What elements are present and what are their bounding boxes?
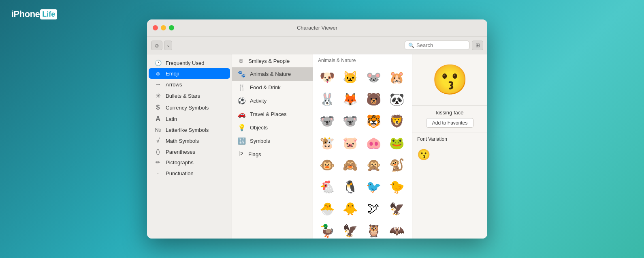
subcategory-flags[interactable]: 🏳 Flags <box>232 148 313 161</box>
emoji-cell[interactable]: 🙊 <box>363 154 384 175</box>
sidebar-item-pictographs[interactable]: ✏ Pictographs <box>149 157 230 168</box>
subcategory-food-drink[interactable]: 🍴 Food & Drink <box>232 81 313 94</box>
sidebar-label-bullets-stars: Bullets & Stars <box>166 93 200 99</box>
emoji-cell[interactable]: 🦉 <box>363 220 384 239</box>
minimize-button[interactable] <box>161 25 166 30</box>
emoji-cell[interactable]: 🐮 <box>316 132 337 153</box>
subcategory-panel: ☺ Smileys & People 🐾 Animals & Nature 🍴 … <box>232 54 313 239</box>
currency-icon: $ <box>154 104 162 111</box>
sidebar-item-parentheses[interactable]: () Parentheses <box>149 146 230 157</box>
chevron-down-button[interactable]: ⌄ <box>164 41 172 50</box>
emoji-cell[interactable]: 🐭 <box>363 67 384 88</box>
close-button[interactable] <box>153 25 158 30</box>
emoji-cell[interactable]: 🐦 <box>363 176 384 197</box>
emoji-cell[interactable]: 🐤 <box>386 176 407 197</box>
sidebar-label-currency-symbols: Currency Symbols <box>166 105 209 111</box>
sidebar-label-latin: Latin <box>166 116 177 122</box>
asterisk-icon: ✳ <box>154 92 162 100</box>
emoji-cell[interactable]: 🐥 <box>340 198 361 219</box>
emoji-cell[interactable]: 🐨 <box>340 110 361 131</box>
subcategory-label-objects: Objects <box>250 125 268 131</box>
emoji-cell[interactable]: 🦊 <box>340 88 361 110</box>
emoji-cell[interactable]: 🦅 <box>386 198 407 219</box>
emoji-cell[interactable]: 🐔 <box>316 176 337 197</box>
subcategory-label-symbols: Symbols <box>250 138 270 144</box>
emoji-cell[interactable]: 🐻 <box>363 88 384 110</box>
sidebar-item-arrows[interactable]: → Arrows <box>149 79 230 90</box>
maximize-button[interactable] <box>169 25 174 30</box>
logo-iphone-text: iPhone <box>11 9 40 19</box>
add-to-favorites-button[interactable]: Add to Favorites <box>426 118 473 128</box>
subcategory-objects[interactable]: 💡 Objects <box>232 121 313 134</box>
emoji-cell[interactable]: 🐶 <box>316 67 337 88</box>
detail-preview: 😗 <box>412 54 487 105</box>
latin-icon: A <box>154 115 162 123</box>
emoji-cell[interactable]: 🕊 <box>363 198 384 219</box>
sidebar-item-currency-symbols[interactable]: $ Currency Symbols <box>149 102 230 113</box>
emoji-cell[interactable]: 🐰 <box>316 88 337 110</box>
emoji-grid: 🐶 🐱 🐭 🐹 🐰 🦊 🐻 🐼 🐨 🐨 🐯 🦁 🐮 🐷 🐽 🐸 🐵 🙈 🙊 <box>313 65 412 239</box>
emoji-section-header: Animals & Nature <box>313 54 412 65</box>
emoji-cell[interactable]: 🦆 <box>316 220 337 239</box>
pictographs-icon: ✏ <box>154 159 162 166</box>
emoji-cell[interactable]: 🐷 <box>340 132 361 153</box>
emoji-icon: ☺ <box>154 70 162 77</box>
sidebar-item-frequently-used[interactable]: 🕐 Frequently Used <box>149 58 230 68</box>
emoji-grid-panel: Animals & Nature 🐶 🐱 🐭 🐹 🐰 🦊 🐻 🐼 🐨 🐨 🐯 🦁… <box>313 54 412 239</box>
objects-icon: 💡 <box>238 124 246 131</box>
emoji-picker-button[interactable]: ☺ <box>151 41 162 50</box>
emoji-cell[interactable]: 🐣 <box>316 198 337 219</box>
font-variation-emoji[interactable]: 😗 <box>412 145 487 164</box>
logo: iPhone Life <box>11 9 57 19</box>
arrow-icon: → <box>154 81 162 88</box>
subcategory-activity[interactable]: ⚽ Activity <box>232 94 313 108</box>
clock-icon: 🕐 <box>154 60 162 66</box>
subcategory-animals-nature[interactable]: 🐾 Animals & Nature <box>232 67 313 81</box>
search-box: 🔍 <box>405 41 469 50</box>
emoji-cell[interactable]: 🐯 <box>363 110 384 131</box>
parentheses-icon: () <box>154 148 162 155</box>
search-icon: 🔍 <box>408 43 414 48</box>
emoji-cell[interactable]: 🦅 <box>340 220 361 239</box>
emoji-cell[interactable]: 🐸 <box>386 132 407 153</box>
food-icon: 🍴 <box>238 84 246 91</box>
sidebar-item-bullets-stars[interactable]: ✳ Bullets & Stars <box>149 90 230 102</box>
emoji-cell[interactable]: 🐼 <box>386 88 407 110</box>
emoji-cell[interactable]: 🐱 <box>340 67 361 88</box>
emoji-cell[interactable]: 🐧 <box>340 176 361 197</box>
emoji-cell[interactable]: 🐽 <box>363 132 384 153</box>
sidebar-item-punctuation[interactable]: · Punctuation <box>149 168 230 179</box>
emoji-cell[interactable]: 🦇 <box>386 220 407 239</box>
grid-view-button[interactable]: ⊞ <box>472 41 483 50</box>
main-content: 🕐 Frequently Used ☺ Emoji → Arrows ✳ Bul… <box>147 54 487 239</box>
subcategory-smileys-people[interactable]: ☺ Smileys & People <box>232 54 313 67</box>
sidebar-label-pictographs: Pictographs <box>166 159 194 166</box>
flags-icon: 🏳 <box>238 150 244 158</box>
window-controls <box>147 25 174 30</box>
titlebar: Character Viewer <box>147 19 487 37</box>
sidebar-item-math-symbols[interactable]: √ Math Symbols <box>149 135 230 146</box>
activity-icon: ⚽ <box>238 97 246 105</box>
sidebar-label-arrows: Arrows <box>166 82 182 88</box>
symbols-icon: 🔣 <box>238 137 246 145</box>
emoji-cell[interactable]: 🙈 <box>340 154 361 175</box>
math-icon: √ <box>154 137 162 144</box>
detail-emoji-name: kissing face <box>412 105 487 118</box>
emoji-cell[interactable]: 🐹 <box>386 67 407 88</box>
subcategory-label-animals-nature: Animals & Nature <box>250 71 291 77</box>
logo-life-text: Life <box>40 9 57 19</box>
search-input[interactable] <box>416 42 465 48</box>
sidebar-item-letterlike-symbols[interactable]: № Letterlike Symbols <box>149 125 230 135</box>
sidebar-item-emoji[interactable]: ☺ Emoji <box>149 68 230 79</box>
emoji-cell[interactable]: 🐨 <box>316 110 337 131</box>
emoji-cell[interactable]: 🐵 <box>316 154 337 175</box>
emoji-cell[interactable]: 🦁 <box>386 110 407 131</box>
subcategory-travel-places[interactable]: 🚗 Travel & Places <box>232 108 313 121</box>
emoji-cell[interactable]: 🐒 <box>386 154 407 175</box>
sidebar-label-emoji: Emoji <box>166 71 179 77</box>
sidebar-label-math-symbols: Math Symbols <box>166 138 199 144</box>
sidebar-label-parentheses: Parentheses <box>166 149 195 155</box>
character-viewer-window: Character Viewer ☺ ⌄ 🔍 ⊞ 🕐 Frequently Us… <box>147 19 487 239</box>
subcategory-symbols[interactable]: 🔣 Symbols <box>232 134 313 148</box>
sidebar-item-latin[interactable]: A Latin <box>149 113 230 125</box>
